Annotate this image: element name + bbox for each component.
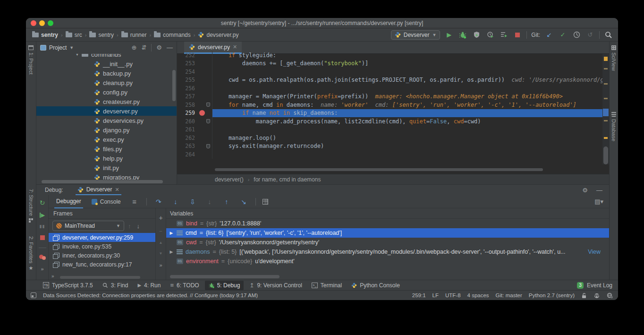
tree-item-config.py[interactable]: config.py [36, 87, 177, 97]
tool-button-database[interactable]: Database [610, 112, 618, 141]
editor-gutter[interactable]: 258 [177, 101, 212, 109]
tree-item-backup.py[interactable]: backup.py [36, 69, 177, 78]
line-number[interactable]: 253 [177, 60, 195, 67]
tool-window-button-find[interactable]: 3: Find [99, 281, 132, 290]
code-line-259[interactable]: 259 if name not in skip_daemons: [177, 109, 602, 118]
code-line-256[interactable]: 256 [177, 84, 602, 93]
line-number[interactable]: 255 [177, 77, 195, 83]
run-configuration-selector[interactable]: Devserver ▼ [391, 30, 441, 40]
more-actions-button[interactable]: » [41, 266, 43, 272]
line-number[interactable]: 258 [177, 102, 195, 108]
code-line-257[interactable]: 257 manager = Manager(Printer(prefix=pre… [177, 93, 602, 101]
code-line-260[interactable]: 260 manager.add_process(name, list2cmdli… [177, 117, 602, 126]
fold-marker-icon[interactable] [206, 119, 210, 123]
tree-item-exec.py[interactable]: exec.py [36, 135, 177, 144]
restore-layout-icon[interactable]: ▤▾ [594, 198, 603, 205]
tool-button-sciview[interactable]: SciView [610, 45, 618, 71]
rerun-button[interactable]: ↻ [40, 199, 45, 206]
stop-button[interactable] [513, 30, 522, 40]
close-tab-icon[interactable]: ✕ [233, 44, 237, 50]
tree-item-migrations.py[interactable]: migrations.py [36, 172, 177, 180]
editor-gutter[interactable]: 252 [177, 51, 212, 60]
project-vertical-scrollbar[interactable] [172, 70, 176, 101]
tree-item-files.py[interactable]: files.py [36, 144, 177, 154]
globe-settings-icon[interactable] [607, 292, 613, 299]
frame-row[interactable]: invoke, core.py:535 [49, 242, 155, 251]
tab-debugger[interactable]: Debugger [54, 195, 83, 208]
line-number[interactable]: 254 [177, 69, 195, 75]
tree-item-createuser.py[interactable]: createuser.py [36, 97, 177, 106]
tab-console[interactable]: Console [90, 195, 123, 208]
frame-row[interactable]: new_func, decorators.py:17 [49, 260, 155, 269]
variable-row-daemons[interactable]: ▶daemons={list: 5}[('webpack', ['/Users/… [166, 247, 609, 257]
editor-gutter[interactable]: 253 [177, 60, 212, 68]
line-number[interactable]: 264 [177, 151, 195, 158]
frame-row[interactable]: devserver, devserver.py:259 [49, 233, 155, 242]
stop-debug-button[interactable] [40, 235, 45, 241]
line-number[interactable]: 260 [177, 118, 195, 125]
tool-window-button-typescript[interactable]: TSTypeScript 3.7.5 [39, 281, 97, 290]
view-value-link[interactable]: View [588, 249, 601, 255]
line-number[interactable]: 256 [177, 85, 195, 92]
fold-marker-icon[interactable] [206, 103, 210, 107]
debug-settings-gear-icon[interactable]: ⚙ [582, 187, 588, 194]
code-line-252[interactable]: 252 if styleguide: [177, 51, 602, 60]
run-configurations-icon[interactable] [499, 30, 508, 40]
variable-row-environment[interactable]: 01environment={unicode}u'development' [166, 257, 609, 266]
variable-row-cwd[interactable]: 01cwd={str}'/Users/ryanskonnord/getsentr… [166, 238, 609, 247]
editor-gutter[interactable]: 256 [177, 84, 212, 93]
expand-arrow-icon[interactable]: ▶ [169, 231, 174, 235]
breadcrumb-statement[interactable]: for name, cmd in daemons [254, 176, 321, 183]
file-encoding[interactable]: UTF-8 [445, 292, 461, 298]
project-view-title[interactable]: Project [49, 44, 67, 51]
tree-item-django.py[interactable]: django.py [36, 125, 177, 135]
tool-button-project[interactable]: 1: Project [26, 45, 36, 74]
pause-program-button[interactable]: ▮▮ [40, 224, 45, 229]
editor-gutter[interactable]: 257 [177, 93, 212, 101]
step-over-icon[interactable]: ↷ [153, 198, 164, 206]
frames-more-button[interactable]: » [51, 274, 54, 279]
incognito-icon[interactable] [593, 292, 600, 299]
breadcrumb-item-devserver.py[interactable]: devserver.py [198, 32, 238, 38]
tree-item-devservices.py[interactable]: devservices.py [36, 116, 177, 125]
status-message[interactable]: Data Sources Detected: Connection proper… [43, 292, 258, 298]
line-number[interactable]: 257 [177, 93, 195, 100]
git-rollback-button[interactable]: ↺ [585, 30, 595, 40]
event-log-button[interactable]: 3 Event Log [577, 282, 612, 289]
next-frame-icon[interactable]: ↓ [137, 223, 140, 230]
tool-window-button-todo[interactable]: ≡6: TODO [166, 281, 203, 290]
resume-program-button[interactable]: ▶ [40, 213, 45, 218]
editor-gutter[interactable]: 259 [177, 109, 212, 118]
frames-horizontal-scrollbar[interactable] [60, 276, 140, 279]
git-branch[interactable]: Git: master [496, 292, 522, 298]
code-line-263[interactable]: 263 sys.exit(manager.returncode) [177, 142, 602, 151]
breadcrumb-item-sentry[interactable]: sentry [32, 32, 58, 38]
debug-session-tab[interactable]: Devserver ✕ [76, 185, 121, 195]
editor-gutter[interactable]: 261 [177, 126, 212, 134]
fold-marker-icon[interactable] [206, 144, 210, 148]
breadcrumb-function[interactable]: devserver() [215, 176, 244, 183]
tree-item-init.py[interactable]: init.py [36, 163, 177, 172]
frame-row[interactable]: inner, decorators.py:30 [49, 251, 155, 260]
code-line-264[interactable]: 264 [177, 150, 602, 159]
line-number[interactable]: 263 [177, 143, 195, 149]
code-editor[interactable]: 252 if styleguide:253 daemons += [_get_d… [177, 51, 602, 164]
watches-more-button[interactable]: » [159, 262, 162, 268]
chevron-down-icon[interactable]: ▼ [69, 45, 74, 50]
tree-item-__init__.py[interactable]: __init__.py [36, 59, 177, 69]
run-to-cursor-icon[interactable]: ↘ [238, 198, 249, 206]
breadcrumb-item-runner[interactable]: runner [121, 32, 147, 38]
tool-window-button-run[interactable]: ▶4: Run [134, 281, 164, 290]
line-number[interactable]: 262 [177, 135, 195, 141]
move-watch-up-button[interactable]: ▲ [159, 241, 163, 245]
project-horizontal-scrollbar[interactable] [42, 180, 163, 183]
caret-position[interactable]: 259:1 [412, 292, 426, 298]
tree-item-cleanup.py[interactable]: cleanup.py [36, 78, 177, 87]
tool-window-button-terminal[interactable]: >_Terminal [308, 281, 346, 290]
editor-gutter[interactable]: 263 [177, 142, 212, 151]
tool-window-button-debug[interactable]: 5: Debug [205, 281, 244, 290]
editor-gutter[interactable]: 264 [177, 150, 212, 159]
code-line-254[interactable]: 254 [177, 68, 602, 76]
git-commit-button[interactable]: ✓ [558, 30, 568, 40]
tool-window-toggle-icon[interactable] [31, 292, 36, 298]
